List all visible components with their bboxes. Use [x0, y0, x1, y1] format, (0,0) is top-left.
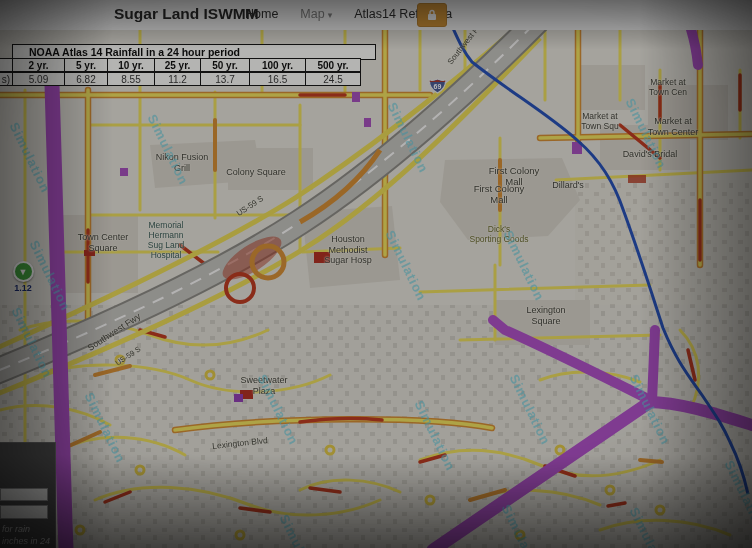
panel-input-field[interactable]	[0, 505, 48, 519]
rainfall-cell: 24.5	[306, 72, 361, 86]
lock-button[interactable]	[417, 3, 447, 27]
interstate-69-shield: 69	[428, 76, 447, 98]
rainfall-table-header-row: 2 yr.5 yr.10 yr.25 yr.50 yr.100 yr.500 y…	[0, 58, 361, 72]
rainfall-cell: 500 yr.	[306, 58, 361, 72]
rainfall-cell: 5 yr.	[65, 58, 108, 72]
rainfall-cell: 13.7	[201, 72, 250, 86]
rainfall-row-label	[0, 58, 13, 72]
bottom-left-panel: for rain inches in 24	[0, 442, 56, 548]
rainfall-cell: 6.82	[65, 72, 108, 86]
app-window: Nikon Fusion GrillColony SquareMemorial …	[0, 0, 752, 548]
app-header: Sugar Land ISWMM HomeMap▾Atlas14 Ref. Da…	[0, 0, 752, 30]
rainfall-cell: 11.2	[155, 72, 201, 86]
rainfall-cell: 16.5	[250, 72, 306, 86]
rainfall-cell: 100 yr.	[250, 58, 306, 72]
marker-value: 1.12	[6, 283, 40, 293]
rainfall-cell: 5.09	[13, 72, 65, 86]
chevron-down-icon: ▾	[328, 10, 333, 20]
map-marker[interactable]: ▼ 1.12	[6, 261, 40, 293]
rainfall-table-value-row: s)5.096.828.5511.213.716.524.5	[0, 72, 361, 86]
residential-texture	[0, 305, 752, 548]
panel-caption-line2: inches in 24	[2, 536, 62, 546]
marker-arrow-down-icon[interactable]: ▼	[13, 261, 34, 282]
panel-input-field[interactable]	[0, 488, 48, 501]
screenshot-stage: Nikon Fusion GrillColony SquareMemorial …	[0, 0, 752, 548]
rainfall-cell: 25 yr.	[155, 58, 201, 72]
rainfall-cell: 10 yr.	[108, 58, 155, 72]
app-title: Sugar Land ISWMM	[114, 5, 259, 23]
rainfall-cell: 8.55	[108, 72, 155, 86]
panel-caption-line1: for rain	[2, 524, 62, 534]
rainfall-row-label: s)	[0, 72, 13, 86]
rainfall-cell: 2 yr.	[13, 58, 65, 72]
map-canvas[interactable]	[0, 30, 752, 548]
rainfall-cell: 50 yr.	[201, 58, 250, 72]
svg-text:69: 69	[434, 83, 442, 90]
nav-item-home[interactable]: Home	[245, 7, 278, 21]
nav-item-map[interactable]: Map▾	[300, 7, 332, 21]
residential-texture	[575, 180, 752, 320]
lock-icon	[426, 9, 438, 21]
